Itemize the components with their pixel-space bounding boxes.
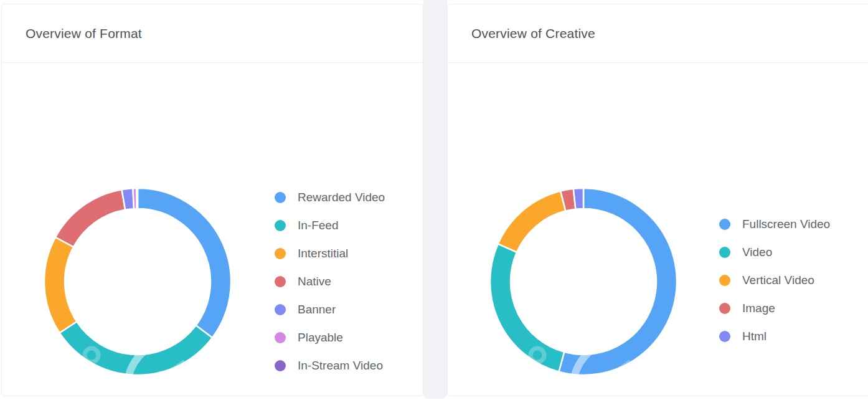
pie-segment-fullscreen-video[interactable] (559, 188, 677, 375)
donut-chart-creative (487, 185, 680, 378)
legend-item-rewarded-video[interactable]: Rewarded Video (275, 183, 385, 211)
chart-legend-format: Rewarded VideoIn-FeedInterstitialNativeB… (275, 183, 385, 379)
chart-area-format: Rewarded VideoIn-FeedInterstitialNativeB… (2, 63, 423, 396)
legend-dot-interstitial (275, 248, 286, 259)
legend-item-vertical-video[interactable]: Vertical Video (719, 266, 830, 294)
legend-item-banner[interactable]: Banner (275, 295, 385, 323)
legend-label: Fullscreen Video (742, 217, 830, 231)
legend-label: In-Feed (298, 219, 338, 232)
legend-item-fullscreen-video[interactable]: Fullscreen Video (719, 210, 830, 238)
pie-segment-native[interactable] (55, 189, 125, 247)
legend-dot-fullscreen-video (719, 219, 730, 230)
card-overview-of-format: Overview of Format Rewarded VideoIn-Feed… (1, 4, 423, 396)
pie-segment-html[interactable] (573, 188, 583, 209)
page-title: Overview of Format (26, 26, 142, 41)
legend-item-interstitial[interactable]: Interstitial (275, 239, 385, 267)
pie-segment-interstitial[interactable] (44, 237, 77, 333)
pie-segment-video[interactable] (490, 244, 564, 371)
legend-item-in-feed[interactable]: In-Feed (275, 211, 385, 239)
legend-label: Image (742, 302, 775, 315)
legend-label: Interstitial (298, 247, 348, 260)
card-header: Overview of Format (2, 4, 423, 63)
legend-item-in-stream-video[interactable]: In-Stream Video (275, 351, 385, 379)
legend-item-html[interactable]: Html (719, 322, 830, 350)
legend-dot-image (719, 303, 730, 314)
card-header: Overview of Creative (448, 4, 868, 63)
legend-item-playable[interactable]: Playable (275, 323, 385, 351)
legend-dot-playable (275, 332, 286, 343)
donut-chart-format (41, 185, 234, 378)
legend-label: Playable (298, 331, 343, 345)
legend-label: Vertical Video (742, 274, 814, 287)
legend-dot-in-feed (275, 220, 286, 231)
legend-dot-in-stream-video (275, 360, 286, 371)
legend-dot-vertical-video (719, 275, 730, 286)
legend-dot-html (719, 331, 730, 342)
legend-item-image[interactable]: Image (719, 294, 830, 322)
legend-dot-rewarded-video (275, 192, 286, 203)
legend-label: Html (742, 330, 767, 343)
card-gutter (423, 0, 447, 399)
legend-dot-video (719, 247, 730, 258)
pie-segment-in-stream-video[interactable] (136, 188, 138, 209)
legend-label: Banner (298, 303, 336, 317)
legend-dot-native (275, 276, 286, 287)
legend-dot-banner (275, 304, 286, 315)
legend-label: In-Stream Video (298, 359, 383, 373)
dashboard-page: { "page": { "background_color": "#ffffff… (0, 0, 868, 400)
legend-label: Rewarded Video (298, 191, 385, 204)
card-overview-of-creative: Overview of Creative Fullscreen VideoVid… (447, 4, 868, 396)
page-title: Overview of Creative (471, 26, 595, 41)
pie-segment-rewarded-video[interactable] (138, 188, 231, 338)
legend-label: Video (742, 245, 772, 259)
pie-segment-vertical-video[interactable] (498, 191, 566, 252)
legend-item-video[interactable]: Video (719, 238, 830, 266)
chart-area-creative: Fullscreen VideoVideoVertical VideoImage… (448, 63, 868, 396)
chart-legend-creative: Fullscreen VideoVideoVertical VideoImage… (719, 210, 830, 350)
legend-item-native[interactable]: Native (275, 267, 385, 295)
legend-label: Native (298, 275, 331, 288)
